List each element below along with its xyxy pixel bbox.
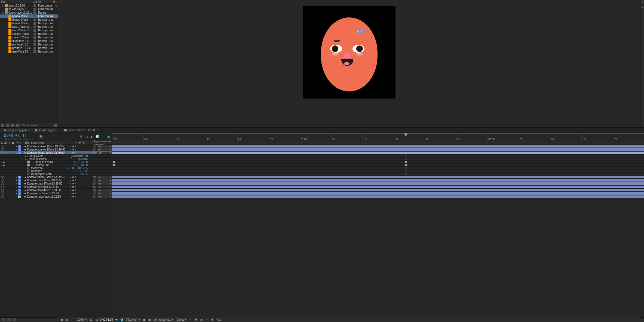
- snapshot-icon[interactable]: 📷: [115, 318, 118, 322]
- timeline-icon[interactable]: ⊞: [200, 318, 203, 322]
- visibility-icon[interactable]: [1, 189, 4, 192]
- visibility-icon[interactable]: [1, 148, 4, 151]
- frame-blend-icon[interactable]: ⊡: [84, 135, 89, 139]
- keyframe[interactable]: [112, 164, 115, 167]
- project-item[interactable]: бровь 1/face 13.29.50Композиция: [0, 14, 58, 18]
- current-time[interactable]: 0:00:01:15: [4, 133, 35, 138]
- exposure-reset-icon[interactable]: ✱: [210, 318, 214, 322]
- mag-icon[interactable]: ▦: [60, 318, 64, 322]
- visibility-icon[interactable]: [1, 179, 4, 182]
- layer-track[interactable]: [112, 195, 644, 198]
- timeline-tabs[interactable]: Очередь рендерингаКомпозиция 1×бровь 1/f…: [0, 127, 644, 133]
- project-item[interactable]: лицо/face 13.29.50.aiВекторн..ка: [0, 39, 58, 43]
- project-item[interactable]: глаз 1/face 13.29.50.aiВекторн..ка: [0, 25, 58, 29]
- project-item[interactable]: зрачок 1/face 13.29.50.aiВекторн..ка: [0, 32, 58, 36]
- project-item[interactable]: бровь 2/face 13.29.50.aiВекторн..ка: [0, 22, 58, 25]
- add-button[interactable]: O: [85, 155, 88, 157]
- layer-row[interactable]: ▸9★Кривые рот/face 13.29.50♀ ✱ /@Нет: [0, 192, 112, 195]
- timeline-tracks[interactable]: [112, 145, 644, 317]
- grid-icon[interactable]: ⊞: [65, 318, 69, 322]
- toggle-switches-icon[interactable]: [2, 318, 5, 321]
- add-key-icon[interactable]: ◆: [2, 164, 4, 166]
- tab-menu-icon[interactable]: ≡: [97, 129, 99, 132]
- timeline-tab[interactable]: Очередь рендеринга: [0, 128, 32, 133]
- project-item[interactable]: ▾Слои: face 13.29.50Папка: [0, 11, 58, 14]
- layer-row[interactable]: ▸2★Кривые зрачок 2/face 13.29.50♀ ✱ /@Не…: [0, 148, 112, 151]
- ruler-icon[interactable]: ⊡: [89, 318, 93, 322]
- preview-time[interactable]: 0:00:01:15: [100, 318, 113, 321]
- prev-key-icon[interactable]: ◂: [1, 164, 2, 166]
- right-tab-2[interactable]: За: [641, 7, 644, 9]
- layer-row[interactable]: ▸4★Кривые бровь 2/face 13.29.50♀ ✱ /@Нет: [0, 176, 112, 179]
- layer-track[interactable]: [112, 189, 644, 192]
- pickwhip-icon[interactable]: @: [93, 182, 96, 185]
- project-item[interactable]: ▸face 13.29.50Композиция⊹: [0, 4, 58, 7]
- col-name[interactable]: Имя: [1, 0, 33, 3]
- layer-track[interactable]: [112, 185, 644, 189]
- layer-track[interactable]: [112, 192, 644, 195]
- source-name-header[interactable]: Имя источника: [23, 141, 69, 145]
- guides-icon[interactable]: ⊟: [95, 318, 99, 322]
- brainstorm-icon[interactable]: ⊹: [101, 135, 105, 139]
- layer-row[interactable]: ▸5★Кривые глаз 1/face 13.29.50♀ ✱ /@Нет: [0, 179, 112, 182]
- toggle-in-out-icon[interactable]: [13, 318, 16, 321]
- keyframe[interactable]: [112, 161, 115, 164]
- col-type[interactable]: Тип: [38, 0, 53, 3]
- visibility-icon[interactable]: [1, 152, 4, 154]
- add-key-icon[interactable]: ◆: [2, 161, 4, 163]
- px-ratio-icon[interactable]: ▫: [189, 318, 192, 322]
- right-panel-tabs[interactable]: Си За: [640, 0, 644, 127]
- property-track[interactable]: [112, 167, 644, 170]
- fast-preview-icon[interactable]: ⚡: [194, 318, 198, 322]
- project-item[interactable]: Композиция 1Композиция: [0, 7, 58, 11]
- layer-row[interactable]: ▸1★Кривые зрачок 1/face 13.29.50♀ ✱ /@Не…: [0, 145, 112, 148]
- comp-mini-icon[interactable]: ◫: [73, 135, 78, 139]
- mask-icon[interactable]: ◫: [71, 318, 75, 322]
- timeline-tab[interactable]: Композиция 1: [32, 128, 59, 133]
- property-value[interactable]: 256,0, 256,0: [72, 161, 88, 164]
- motion-blur-icon[interactable]: ◐: [90, 135, 94, 139]
- property-row[interactable]: ◂◆▸⏱⊹Опорная точка256,0, 256,0: [0, 161, 112, 164]
- channel-picker-icon[interactable]: [120, 318, 123, 321]
- property-track[interactable]: [112, 155, 644, 158]
- parent-dropdown[interactable]: Нет: [97, 192, 112, 195]
- anchor-point-icon[interactable]: [346, 31, 349, 34]
- layer-track[interactable]: [112, 176, 644, 179]
- visibility-icon[interactable]: [1, 176, 4, 179]
- property-row[interactable]: ⏱Поворот0 x+0,0°: [0, 170, 112, 173]
- project-item[interactable]: зрачок 2/face 13.29.50.aiВекторн..ка: [0, 36, 58, 39]
- parent-dropdown[interactable]: Нет: [97, 176, 112, 179]
- parent-dropdown[interactable]: Нет: [97, 189, 112, 192]
- property-track[interactable]: [112, 161, 644, 164]
- property-value[interactable]: ∞ 100,0, 100,0 %: [67, 167, 88, 170]
- property-track[interactable]: [112, 158, 644, 161]
- stopwatch-icon[interactable]: ⏱: [27, 170, 30, 172]
- parent-dropdown[interactable]: Нет: [97, 148, 112, 151]
- next-key-icon[interactable]: ▸: [4, 164, 5, 166]
- views-dropdown[interactable]: 1 вид: [176, 318, 187, 322]
- comp-icon[interactable]: [11, 124, 14, 127]
- visibility-icon[interactable]: [1, 182, 4, 185]
- layer-track[interactable]: [112, 148, 644, 151]
- playhead[interactable]: [406, 133, 406, 141]
- col-label-icon[interactable]: ❖: [35, 0, 38, 3]
- av-switches-header[interactable]: ◉🔊●🔒: [0, 141, 15, 145]
- property-track[interactable]: [112, 164, 644, 167]
- roi-icon[interactable]: ▣: [142, 318, 146, 322]
- switches-header[interactable]: ♀ ✱ \ fx: [69, 141, 92, 145]
- project-item[interactable]: рот/face 13.29.50.aiВекторн..ка: [0, 46, 58, 50]
- layer-outline[interactable]: ▸1★Кривые зрачок 1/face 13.29.50♀ ✱ /@Не…: [0, 145, 112, 317]
- project-item[interactable]: нос/face 13.29.50.aiВекторн..ка: [0, 43, 58, 46]
- layer-search-icon[interactable]: 🔍: [39, 134, 44, 139]
- layer-track[interactable]: [112, 182, 644, 185]
- pickwhip-icon[interactable]: @: [93, 195, 96, 198]
- layer-row[interactable]: ▸10★Кривые лицо/face 13.29.50♀ ✱ /@Нет: [0, 195, 112, 198]
- transparency-icon[interactable]: ▦: [148, 318, 152, 322]
- parent-dropdown[interactable]: Нет: [97, 145, 112, 148]
- stopwatch-icon[interactable]: ⏱: [27, 164, 30, 166]
- pickwhip-icon[interactable]: @: [93, 189, 96, 192]
- property-track[interactable]: [112, 173, 644, 176]
- pickwhip-icon[interactable]: @: [93, 151, 96, 154]
- timeline-tab[interactable]: ×бровь 1/face 13.29.50≡: [59, 128, 102, 133]
- render-icon[interactable]: ▣: [106, 135, 111, 139]
